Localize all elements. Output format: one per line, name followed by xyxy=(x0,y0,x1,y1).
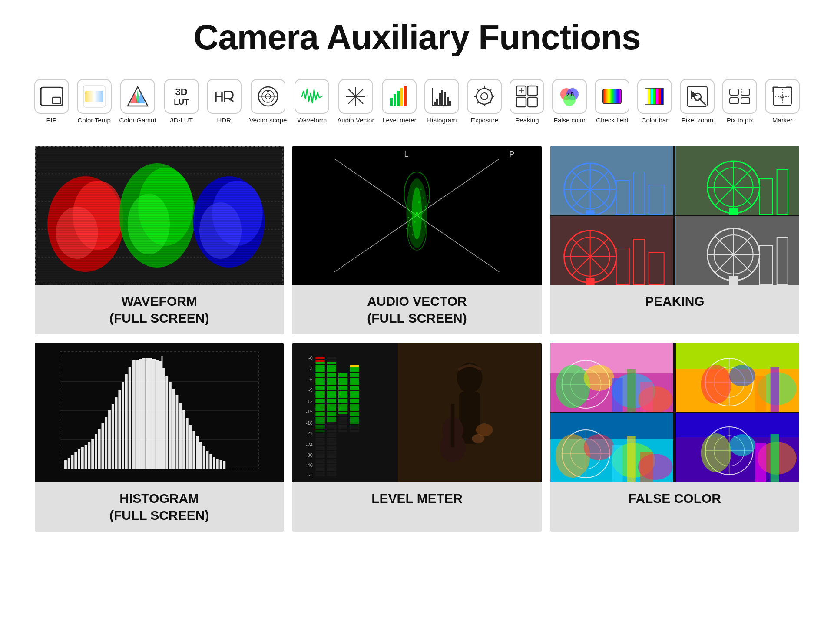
svg-rect-323 xyxy=(327,435,336,437)
svg-rect-27 xyxy=(439,93,441,106)
svg-line-38 xyxy=(477,89,479,91)
svg-rect-351 xyxy=(338,404,348,406)
svg-rect-294 xyxy=(327,360,336,362)
toolbar-item-marker[interactable]: + Marker xyxy=(765,79,800,124)
toolbar-item-audio-vector[interactable]: Audio Vector xyxy=(337,79,374,124)
svg-rect-58 xyxy=(653,88,655,105)
histogram-icon-box xyxy=(424,79,459,114)
svg-rect-384 xyxy=(350,422,359,424)
toolbar-item-pixel-zoom[interactable]: Pixel zoom xyxy=(680,79,715,124)
svg-rect-194 xyxy=(122,382,124,469)
svg-text:-12: -12 xyxy=(306,399,313,404)
svg-rect-178 xyxy=(68,458,70,469)
svg-rect-291 xyxy=(316,472,325,474)
svg-rect-22 xyxy=(404,86,407,106)
svg-rect-356 xyxy=(338,417,348,419)
color-bar-label: Color bar xyxy=(642,116,669,124)
svg-rect-222 xyxy=(216,459,219,469)
svg-rect-317 xyxy=(327,419,336,422)
svg-rect-406 xyxy=(675,343,799,369)
svg-rect-315 xyxy=(327,414,336,416)
audio-vector-icon xyxy=(344,85,367,108)
svg-rect-190 xyxy=(108,410,111,469)
svg-rect-376 xyxy=(350,401,359,403)
svg-point-435 xyxy=(701,433,731,472)
color-gamut-label: Color Gamut xyxy=(119,116,156,124)
svg-rect-57 xyxy=(650,88,653,105)
svg-rect-278 xyxy=(316,438,325,440)
svg-rect-295 xyxy=(327,362,336,364)
svg-rect-426 xyxy=(612,445,622,482)
svg-rect-210 xyxy=(176,395,179,469)
toolbar-item-hdr[interactable]: HDR xyxy=(207,79,242,124)
svg-point-120 xyxy=(426,187,427,188)
svg-rect-367 xyxy=(350,378,359,380)
svg-rect-415 xyxy=(770,367,779,412)
svg-rect-310 xyxy=(327,401,336,403)
toolbar-item-check-field[interactable]: Check field xyxy=(595,79,629,124)
svg-rect-303 xyxy=(327,383,336,385)
toolbar-item-waveform[interactable]: Waveform xyxy=(295,79,329,124)
svg-rect-428 xyxy=(640,452,653,482)
svg-text:-3: -3 xyxy=(308,366,313,371)
exposure-icon-box xyxy=(467,79,502,114)
marker-label: Marker xyxy=(772,116,793,124)
svg-rect-18 xyxy=(390,98,393,106)
waveform-label: Waveform xyxy=(297,116,327,124)
vector-scope-label: Vector scope xyxy=(249,116,287,124)
toolbar-item-color-temp[interactable]: Color Temp xyxy=(77,79,112,124)
toolbar-item-false-color[interactable]: a B False color xyxy=(552,79,587,124)
peaking-icon xyxy=(515,85,539,108)
toolbar-item-exposure[interactable]: Exposure xyxy=(467,79,502,124)
svg-rect-348 xyxy=(338,396,348,398)
false-color-label-main: FALSE COLOR xyxy=(550,482,799,515)
main-grid: WAVEFORM (FULL SCREEN) L P xyxy=(0,137,834,549)
svg-rect-439 xyxy=(770,434,779,482)
svg-rect-200 xyxy=(142,358,146,469)
toolbar-item-histogram[interactable]: Histogram xyxy=(424,79,459,124)
svg-rect-378 xyxy=(350,406,359,409)
svg-rect-382 xyxy=(350,417,359,419)
svg-point-117 xyxy=(406,228,407,229)
svg-rect-276 xyxy=(316,433,325,435)
svg-rect-257 xyxy=(316,383,325,385)
svg-rect-300 xyxy=(327,375,336,377)
toolbar-item-level-meter[interactable]: Level meter xyxy=(382,79,417,124)
svg-point-115 xyxy=(408,217,409,218)
svg-rect-1 xyxy=(53,97,61,104)
toolbar-item-color-bar[interactable]: Color bar xyxy=(637,79,672,124)
svg-rect-268 xyxy=(316,412,325,414)
toolbar-item-pip[interactable]: PIP xyxy=(34,79,69,124)
color-gamut-icon-box xyxy=(120,79,155,114)
toolbar-item-vector-scope[interactable]: Vector scope xyxy=(249,79,287,124)
svg-rect-29 xyxy=(444,92,446,106)
svg-rect-414 xyxy=(755,376,766,412)
svg-point-436 xyxy=(729,434,755,456)
svg-rect-355 xyxy=(338,414,348,416)
toolbar-item-pix-to-pix[interactable]: Pix to pix xyxy=(722,79,757,124)
svg-rect-402 xyxy=(612,378,622,412)
pixel-zoom-label: Pixel zoom xyxy=(682,116,713,124)
svg-rect-349 xyxy=(338,399,348,401)
svg-rect-328 xyxy=(327,448,336,450)
svg-point-234 xyxy=(472,434,484,443)
icon-toolbar: PIP Color Temp xyxy=(0,70,834,137)
svg-rect-188 xyxy=(102,423,104,469)
svg-rect-346 xyxy=(338,391,348,393)
toolbar-item-peaking[interactable]: Peaking xyxy=(510,79,544,124)
svg-rect-362 xyxy=(350,365,359,367)
svg-rect-364 xyxy=(350,370,359,372)
svg-point-398 xyxy=(555,365,590,408)
svg-rect-385 xyxy=(350,425,359,427)
svg-rect-28 xyxy=(441,90,443,106)
svg-rect-189 xyxy=(105,417,107,469)
svg-text:-24: -24 xyxy=(306,442,313,447)
check-field-icon xyxy=(600,85,624,108)
audio-vector-label: Audio Vector xyxy=(337,116,374,124)
svg-rect-296 xyxy=(327,365,336,367)
svg-rect-256 xyxy=(316,380,325,383)
svg-rect-264 xyxy=(316,401,325,403)
exposure-label: Exposure xyxy=(471,116,498,124)
toolbar-item-color-gamut[interactable]: Color Gamut xyxy=(119,79,156,124)
toolbar-item-3d-lut[interactable]: 3D LUT 3D-LUT xyxy=(164,79,199,124)
